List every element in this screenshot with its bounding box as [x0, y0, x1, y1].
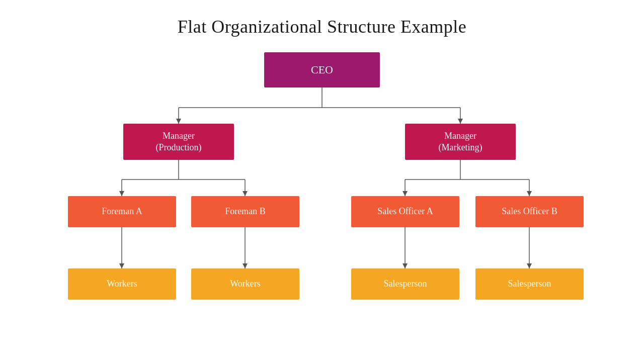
svg-marker-23	[403, 263, 408, 268]
sales-b-label: Sales Officer B	[502, 206, 557, 217]
svg-marker-10	[119, 191, 124, 196]
workers-a-label: Workers	[107, 278, 137, 290]
workers-b-label: Workers	[230, 278, 261, 290]
foreman-b-label: Foreman B	[225, 206, 266, 217]
foreman-b-node: Foreman B	[191, 196, 299, 227]
manager-marketing-label: Manager(Marketing)	[439, 130, 482, 154]
foreman-a-node: Foreman A	[68, 196, 176, 227]
salesperson-b-label: Salesperson	[508, 278, 551, 290]
svg-marker-4	[176, 119, 181, 124]
page-title: Flat Organizational Structure Example	[178, 16, 467, 37]
svg-marker-5	[458, 119, 463, 124]
svg-marker-17	[527, 191, 532, 196]
manager-marketing-node: Manager(Marketing)	[405, 124, 516, 160]
manager-production-label: Manager(Production)	[156, 130, 202, 154]
ceo-label: CEO	[311, 63, 333, 77]
svg-marker-19	[119, 263, 124, 268]
svg-marker-21	[243, 263, 248, 268]
svg-marker-16	[403, 191, 408, 196]
workers-a-node: Workers	[68, 268, 176, 300]
foreman-a-label: Foreman A	[102, 206, 142, 217]
svg-marker-25	[527, 263, 532, 268]
svg-marker-11	[243, 191, 248, 196]
manager-production-node: Manager(Production)	[123, 124, 234, 160]
workers-b-node: Workers	[191, 268, 299, 300]
sales-officer-b-node: Sales Officer B	[475, 196, 584, 227]
sales-officer-a-node: Sales Officer A	[351, 196, 459, 227]
salesperson-a-node: Salesperson	[351, 268, 459, 300]
sales-a-label: Sales Officer A	[377, 206, 433, 217]
ceo-node: CEO	[264, 52, 380, 87]
org-chart: CEO Manager(Production) Manager(Marketin…	[25, 47, 619, 344]
salesperson-b-node: Salesperson	[475, 268, 584, 300]
salesperson-a-label: Salesperson	[384, 278, 427, 290]
